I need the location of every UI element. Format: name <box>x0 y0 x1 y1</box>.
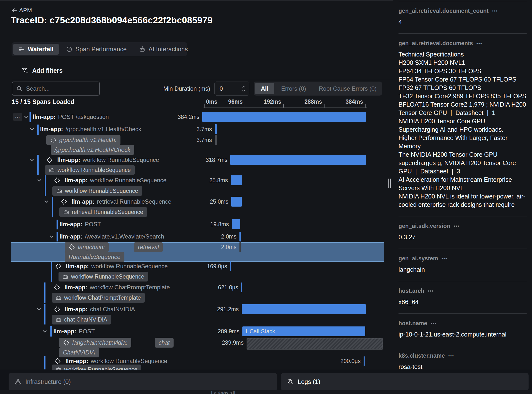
span-bar[interactable] <box>215 135 217 145</box>
span-operation: chat ChatNVIDIA <box>90 306 135 313</box>
attribute-value: langchain <box>399 265 527 274</box>
ghost-pill-label: langchain:chatnvidia: <box>72 339 127 346</box>
span-bar[interactable] <box>202 112 366 122</box>
span-bar[interactable] <box>215 124 217 134</box>
logs-label: Logs (1) <box>298 378 320 385</box>
span-tag-pill: retrieval RunnableSequence <box>59 207 147 217</box>
span-service: llm-app: <box>59 233 82 240</box>
diamond-icon <box>54 177 60 184</box>
attribute-menu-icon[interactable]: ••• <box>492 9 498 14</box>
span-bar[interactable] <box>242 304 366 314</box>
waterfall-rows: ⋯llm-app:POST /askquestion384.2msllm-app… <box>0 0 393 394</box>
attribute-key-row: gen_ai.sdk.version••• <box>399 223 527 229</box>
span-bar[interactable]: 1 Call Stack <box>242 326 365 336</box>
logs-button[interactable]: Logs (1) <box>281 373 529 390</box>
chevron-down-icon[interactable] <box>24 114 29 119</box>
waterfall-row[interactable]: llm-app:retrieval RunnableSequence25.0ms <box>0 196 393 207</box>
span-bar[interactable] <box>230 155 366 165</box>
diamond-icon <box>63 339 70 346</box>
infrastructure-button[interactable]: Infrastructure (0) <box>9 373 277 390</box>
span-bar[interactable] <box>231 175 242 185</box>
span-bar[interactable] <box>232 219 240 229</box>
attribute-menu-icon[interactable]: ••• <box>448 353 454 358</box>
waterfall-row[interactable]: llm-app:/grpc.health.v1.Health/Check3.7m… <box>0 124 393 135</box>
span-duration: 3.7ms <box>178 124 212 135</box>
briefcase-icon <box>49 167 55 173</box>
span-bar[interactable] <box>239 232 241 241</box>
attribute-menu-icon[interactable]: ••• <box>442 256 447 261</box>
attribute-key-row: gen_ai.system••• <box>399 255 527 262</box>
attribute-section: k8s.cluster.name•••rosa-test <box>399 346 527 370</box>
span-tag-row: workflow RunnableSequence <box>0 165 393 175</box>
briefcase-icon <box>63 209 69 215</box>
span-bar[interactable] <box>241 282 242 292</box>
ghost-pill-label: chat <box>159 339 170 346</box>
span-name: llm-app:workflow RunnableSequence <box>57 156 159 163</box>
chevron-down-icon[interactable] <box>30 157 34 162</box>
ghost-pill: retrieval <box>134 242 163 252</box>
attribute-menu-icon[interactable]: ••• <box>454 224 460 229</box>
chevron-down-icon[interactable] <box>44 199 49 204</box>
span-name: llm-app:POST /askquestion <box>33 113 109 120</box>
span-bar[interactable] <box>239 242 241 252</box>
ghost-pill: grpc.health.v1.Health: <box>46 135 120 145</box>
span-operation: /grpc.health.v1.Health/Check <box>65 126 141 133</box>
span-tag-pill: workflow ChatPromptTemplate <box>52 293 145 303</box>
ghost-pill: RunnableSequence <box>65 252 124 262</box>
span-duration: 25.8ms <box>194 175 228 186</box>
span-bar[interactable] <box>247 338 383 350</box>
span-tag-pill: workflow RunnableSequence <box>52 186 142 196</box>
span-duration: 2.0ms <box>203 242 236 252</box>
waterfall-row[interactable]: llm-app:workflow ChatPromptTemplate621.0… <box>0 282 393 293</box>
span-duration: 384.2ms <box>166 111 199 123</box>
attribute-key-row: gen_ai.retrieval.documents••• <box>399 40 527 47</box>
span-name: llm-app:POST <box>59 221 101 228</box>
ghost-pill: langchain:chatnvidia: <box>59 338 131 348</box>
waterfall-row[interactable]: llm-app:/weaviate.v1.Weaviate/Search2.0m… <box>0 231 393 242</box>
waterfall-row[interactable]: llm-app:POST1 Call Stack289.9ms <box>0 326 393 337</box>
ghost-span-row[interactable]: langchain:chatnvidia:chatChatNVIDIA289.9… <box>0 338 393 357</box>
attribute-value: 4 <box>399 18 527 26</box>
diamond-icon <box>54 284 60 291</box>
span-duration: 621.0µs <box>205 282 238 293</box>
ghost-pill-label: grpc.health.v1.Health: <box>59 137 117 143</box>
panel-resize-handle[interactable] <box>388 179 391 188</box>
span-name: llm-app:workflow RunnableSequence <box>66 263 168 270</box>
span-bar[interactable] <box>231 197 242 207</box>
dashed-circle-icon <box>50 137 57 143</box>
attribute-section: gen_ai.sdk.version•••0.3.27 <box>399 216 527 249</box>
diamond-icon <box>61 198 67 205</box>
span-service: llm-app: <box>65 177 88 184</box>
waterfall-row[interactable]: llm-app:workflow RunnableSequence169.0µs <box>0 261 393 272</box>
span-tag-label: workflow RunnableSequence <box>65 188 138 194</box>
ghost-pill: langchain: <box>65 242 109 252</box>
waterfall-row[interactable]: llm-app:chat ChatNVIDIA291.2ms <box>0 304 393 315</box>
row-menu-button[interactable]: ⋯ <box>13 113 22 121</box>
waterfall-row[interactable]: llm-app:workflow RunnableSequence25.8ms <box>0 175 393 186</box>
chevron-down-icon[interactable] <box>37 178 42 183</box>
ghost-span-row[interactable]: langchain:retrievalRunnableSequence2.0ms <box>0 242 393 262</box>
span-name: llm-app:workflow RunnableSequence <box>65 177 166 184</box>
chevron-down-icon[interactable] <box>30 127 34 132</box>
span-tag-label: workflow ChatPromptTemplate <box>64 295 141 301</box>
attribute-value: rosa-test <box>399 363 527 370</box>
span-bar[interactable] <box>230 261 231 271</box>
diamond-icon <box>46 157 53 163</box>
attribute-menu-icon[interactable]: ••• <box>476 41 482 46</box>
span-operation: POST <box>85 221 101 228</box>
chevron-down-icon[interactable] <box>42 329 47 334</box>
attribute-menu-icon[interactable]: ••• <box>428 289 434 294</box>
waterfall-row[interactable]: ⋯llm-app:POST /askquestion384.2ms <box>0 111 393 123</box>
waterfall-row[interactable]: llm-app:workflow RunnableSequence318.7ms <box>0 154 393 166</box>
span-tag-pill: workflow RunnableSequence <box>59 272 148 281</box>
chevron-down-icon[interactable] <box>36 307 41 312</box>
waterfall-row[interactable]: llm-app:POST19.8ms <box>0 219 393 230</box>
attribute-menu-icon[interactable]: ••• <box>431 321 437 326</box>
span-duration: 25.0ms <box>195 196 228 207</box>
attribute-key: k8s.cluster.name <box>399 352 445 359</box>
chevron-down-icon[interactable] <box>49 234 54 239</box>
attribute-key: host.arch <box>399 288 424 294</box>
attribute-key-row: host.arch••• <box>399 288 527 294</box>
ghost-span-row[interactable]: grpc.health.v1.Health:/grpc.health.v1.He… <box>0 135 393 155</box>
span-tag-row: workflow RunnableSequence <box>0 186 393 196</box>
